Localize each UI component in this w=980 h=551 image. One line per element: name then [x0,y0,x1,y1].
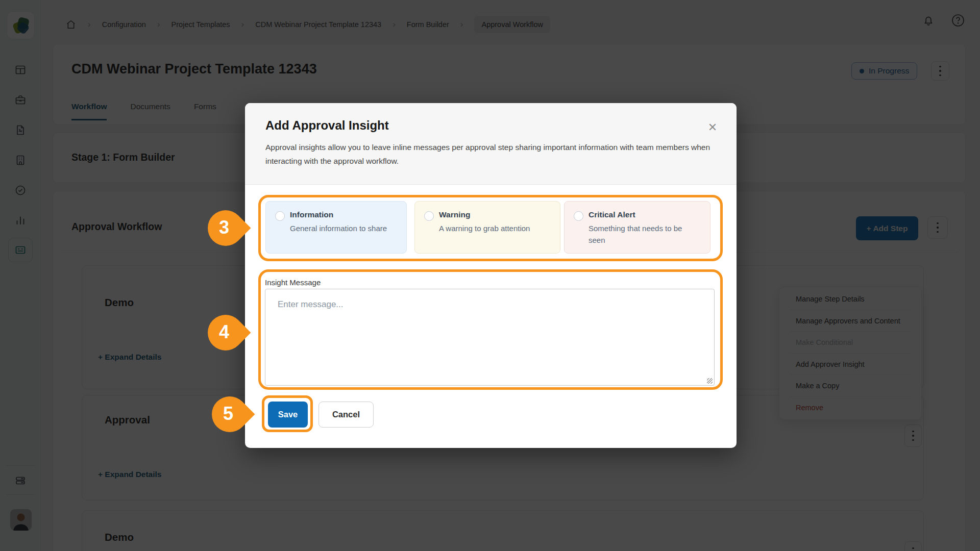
add-approval-insight-modal: Add Approval Insight ✕ Approval insights… [245,103,737,448]
insight-type-critical-alert[interactable]: Critical Alert Something that needs to b… [564,201,710,254]
cancel-button[interactable]: Cancel [318,402,374,428]
insight-type-information[interactable]: Information General information to share [265,201,407,254]
resize-grip-icon[interactable] [707,378,713,384]
modal-title: Add Approval Insight [265,118,389,133]
insight-type-label: Information [290,210,333,219]
close-icon[interactable]: ✕ [703,118,722,137]
radio-button-information[interactable] [275,211,285,221]
insight-type-label: Critical Alert [589,210,635,219]
radio-button-critical-alert[interactable] [574,211,583,221]
insight-type-label: Warning [439,210,470,219]
insight-message-label: Insight Message [265,278,321,287]
insight-type-description: A warning to grab attention [439,222,544,234]
insight-type-description: Something that needs to be seen [589,222,693,246]
insight-type-warning[interactable]: Warning A warning to grab attention [414,201,560,254]
radio-button-warning[interactable] [424,211,434,221]
modal-description: Approval insights allow you to leave inl… [265,141,715,168]
insight-type-description: General information to share [290,222,395,234]
save-button[interactable]: Save [268,402,308,428]
app-window: › Configuration › Project Templates › CD… [0,0,980,551]
insight-message-input[interactable] [265,289,715,386]
